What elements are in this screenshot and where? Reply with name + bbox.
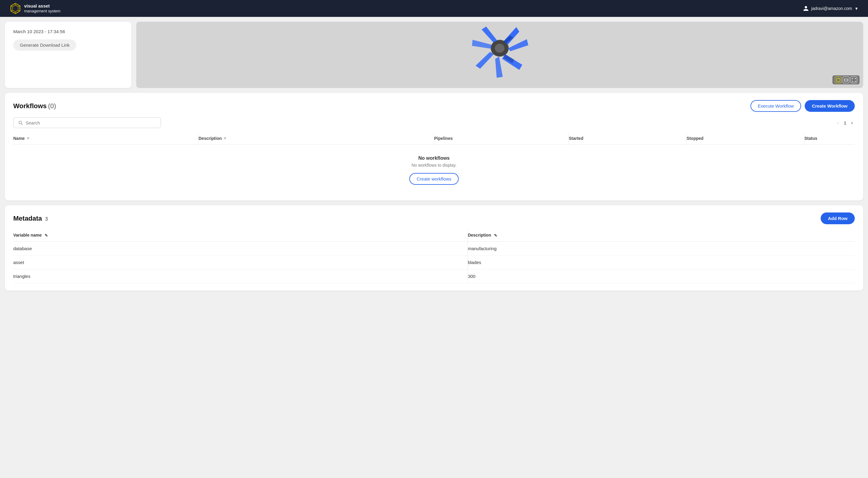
description-cell: 300 [468, 269, 855, 283]
col-pip-header: Pipelines [434, 133, 569, 145]
preview-controls [832, 75, 860, 85]
prev-page-button[interactable]: ‹ [835, 119, 841, 127]
pagination: ‹ 1 › [835, 119, 855, 127]
table-row: database manufacturing [13, 242, 855, 255]
rect-icon [844, 78, 848, 82]
next-page-button[interactable]: › [849, 119, 855, 127]
generate-download-button[interactable]: Generate Download Link [13, 39, 76, 51]
table-row: asset blades [13, 255, 855, 269]
svg-marker-1 [13, 5, 18, 12]
metadata-section: Metadata 3 Add Row Variable name ✎ Descr… [5, 205, 863, 290]
square-icon [836, 78, 840, 82]
name-sort-icon[interactable]: ▼ [26, 136, 30, 140]
svg-rect-11 [837, 78, 840, 82]
col-status-header: Status [804, 133, 855, 145]
search-icon [18, 120, 23, 125]
empty-title: No workflows [13, 156, 855, 161]
main-content: March 10 2023 - 17:34:56 Generate Downlo… [0, 17, 868, 290]
workflows-header: Workflows (0) Execute Workflow Create Wo… [13, 100, 855, 112]
top-row: March 10 2023 - 17:34:56 Generate Downlo… [0, 17, 868, 93]
col-metadesc-header: Description ✎ [468, 230, 855, 242]
workflows-title: Workflows (0) [13, 102, 56, 110]
user-dropdown-icon[interactable]: ▼ [855, 6, 858, 11]
description-cell: manufacturing [468, 242, 855, 255]
metadata-title-block: Metadata 3 [13, 215, 48, 222]
svg-rect-12 [844, 79, 848, 81]
add-row-button[interactable]: Add Row [821, 213, 855, 224]
preview-ctrl-square[interactable] [835, 76, 841, 83]
workflows-section: Workflows (0) Execute Workflow Create Wo… [5, 93, 863, 200]
metadata-table: Variable name ✎ Description ✎ database m… [13, 230, 855, 283]
fullscreen-icon [852, 78, 856, 82]
top-navigation: visual asset management system jadravi@a… [0, 0, 868, 17]
create-workflows-button[interactable]: Create workflows [409, 173, 458, 185]
search-row: ‹ 1 › [13, 117, 855, 128]
asset-date: March 10 2023 - 17:34:56 [13, 29, 123, 34]
logo-icon [10, 3, 21, 14]
metadata-header: Metadata 3 Add Row [13, 213, 855, 224]
preview-ctrl-rect[interactable] [843, 76, 849, 83]
app-name: visual asset management system [24, 3, 61, 14]
variable-name-cell: database [13, 242, 468, 255]
user-menu[interactable]: jadravi@amazon.com ▼ [803, 5, 858, 11]
col-varname-header: Variable name ✎ [13, 230, 468, 242]
download-card: March 10 2023 - 17:34:56 Generate Downlo… [5, 22, 131, 88]
description-cell: blades [468, 255, 855, 269]
varname-edit-icon[interactable]: ✎ [44, 233, 48, 238]
user-icon [803, 5, 809, 11]
execute-workflow-button[interactable]: Execute Workflow [750, 100, 801, 112]
workflows-actions: Execute Workflow Create Workflow [750, 100, 855, 112]
col-stopped-header: Stopped [687, 133, 804, 145]
col-started-header: Started [569, 133, 687, 145]
create-workflow-button[interactable]: Create Workflow [805, 100, 855, 112]
logo: visual asset management system [10, 3, 61, 14]
variable-name-cell: triangles [13, 269, 468, 283]
preview-ctrl-fullscreen[interactable] [850, 76, 857, 83]
metadesc-edit-icon[interactable]: ✎ [494, 233, 497, 238]
user-email: jadravi@amazon.com [811, 6, 852, 11]
page-number: 1 [844, 120, 846, 125]
col-desc-header: Description ▼ [198, 133, 434, 145]
turbine-blade-visual [464, 24, 536, 87]
table-row: triangles 300 [13, 269, 855, 283]
svg-point-10 [495, 44, 504, 53]
col-name-header: Name ▼ [13, 133, 198, 145]
search-box[interactable] [13, 117, 161, 128]
desc-sort-icon[interactable]: ▼ [223, 136, 227, 140]
workflows-table: Name ▼ Description ▼ Pipelines [13, 133, 855, 193]
empty-subtitle: No workflows to display. [13, 163, 855, 167]
empty-state: No workflows No workflows to display. Cr… [13, 145, 855, 193]
search-input[interactable] [26, 120, 156, 125]
3d-preview-area [136, 22, 863, 88]
variable-name-cell: asset [13, 255, 468, 269]
